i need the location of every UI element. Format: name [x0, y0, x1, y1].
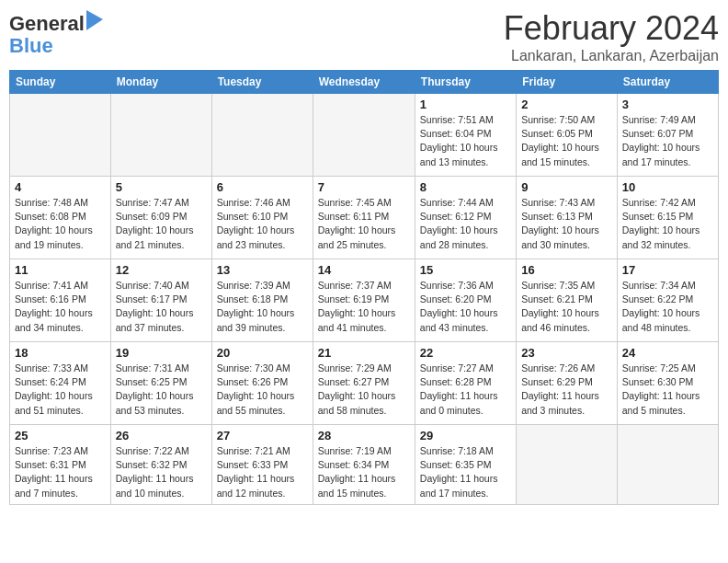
- day-info: Sunrise: 7:41 AMSunset: 6:16 PMDaylight:…: [15, 279, 106, 335]
- week-row-3: 11Sunrise: 7:41 AMSunset: 6:16 PMDayligh…: [10, 259, 719, 342]
- day-number: 12: [116, 263, 207, 277]
- day-number: 19: [116, 346, 207, 360]
- day-number: 21: [318, 346, 410, 360]
- day-info: Sunrise: 7:19 AMSunset: 6:34 PMDaylight:…: [318, 444, 410, 500]
- day-info: Sunrise: 7:51 AMSunset: 6:04 PMDaylight:…: [420, 113, 511, 169]
- day-info: Sunrise: 7:29 AMSunset: 6:27 PMDaylight:…: [318, 362, 410, 418]
- calendar-cell: 18Sunrise: 7:33 AMSunset: 6:24 PMDayligh…: [10, 342, 111, 425]
- calendar-cell: 20Sunrise: 7:30 AMSunset: 6:26 PMDayligh…: [211, 342, 313, 425]
- day-info: Sunrise: 7:33 AMSunset: 6:24 PMDaylight:…: [15, 362, 106, 418]
- day-info: Sunrise: 7:46 AMSunset: 6:10 PMDaylight:…: [217, 196, 308, 252]
- week-row-5: 25Sunrise: 7:23 AMSunset: 6:31 PMDayligh…: [10, 425, 719, 505]
- calendar-cell: 21Sunrise: 7:29 AMSunset: 6:27 PMDayligh…: [313, 342, 415, 425]
- day-info: Sunrise: 7:40 AMSunset: 6:17 PMDaylight:…: [116, 279, 207, 335]
- day-number: 22: [420, 346, 511, 360]
- calendar-cell: 8Sunrise: 7:44 AMSunset: 6:12 PMDaylight…: [415, 177, 516, 259]
- calendar-cell: 22Sunrise: 7:27 AMSunset: 6:28 PMDayligh…: [415, 342, 516, 425]
- day-number: 15: [420, 263, 511, 277]
- calendar-cell: 26Sunrise: 7:22 AMSunset: 6:32 PMDayligh…: [110, 425, 211, 505]
- day-number: 11: [15, 263, 106, 277]
- day-info: Sunrise: 7:50 AMSunset: 6:05 PMDaylight:…: [521, 113, 612, 169]
- day-info: Sunrise: 7:26 AMSunset: 6:29 PMDaylight:…: [521, 362, 612, 418]
- day-info: Sunrise: 7:21 AMSunset: 6:33 PMDaylight:…: [217, 444, 308, 500]
- day-info: Sunrise: 7:31 AMSunset: 6:25 PMDaylight:…: [116, 362, 207, 418]
- day-info: Sunrise: 7:22 AMSunset: 6:32 PMDaylight:…: [116, 444, 207, 500]
- day-info: Sunrise: 7:34 AMSunset: 6:22 PMDaylight:…: [622, 279, 713, 335]
- calendar-cell: 27Sunrise: 7:21 AMSunset: 6:33 PMDayligh…: [211, 425, 313, 505]
- calendar-cell: 7Sunrise: 7:45 AMSunset: 6:11 PMDaylight…: [313, 177, 415, 259]
- day-number: 24: [622, 346, 713, 360]
- calendar-cell: 29Sunrise: 7:18 AMSunset: 6:35 PMDayligh…: [415, 425, 516, 505]
- day-info: Sunrise: 7:30 AMSunset: 6:26 PMDaylight:…: [217, 362, 308, 418]
- calendar-cell: 3Sunrise: 7:49 AMSunset: 6:07 PMDaylight…: [617, 94, 718, 177]
- weekday-header-tuesday: Tuesday: [211, 71, 313, 94]
- calendar-cell: 1Sunrise: 7:51 AMSunset: 6:04 PMDaylight…: [415, 94, 516, 177]
- day-number: 18: [15, 346, 106, 360]
- calendar-cell: [211, 94, 313, 177]
- day-info: Sunrise: 7:43 AMSunset: 6:13 PMDaylight:…: [521, 196, 612, 252]
- logo-text-blue: Blue: [9, 35, 103, 57]
- day-number: 8: [420, 180, 511, 194]
- day-info: Sunrise: 7:49 AMSunset: 6:07 PMDaylight:…: [622, 113, 713, 169]
- calendar-cell: 5Sunrise: 7:47 AMSunset: 6:09 PMDaylight…: [110, 177, 211, 259]
- day-number: 28: [318, 429, 410, 442]
- day-number: 4: [15, 180, 106, 194]
- day-info: Sunrise: 7:42 AMSunset: 6:15 PMDaylight:…: [622, 196, 713, 252]
- day-number: 3: [622, 98, 713, 111]
- calendar-cell: 19Sunrise: 7:31 AMSunset: 6:25 PMDayligh…: [110, 342, 211, 425]
- day-number: 10: [622, 180, 713, 194]
- calendar-cell: 13Sunrise: 7:39 AMSunset: 6:18 PMDayligh…: [211, 259, 313, 342]
- day-number: 5: [116, 180, 207, 194]
- page-header: General Blue February 2024 Lankaran, Lan…: [9, 9, 719, 64]
- calendar-cell: 14Sunrise: 7:37 AMSunset: 6:19 PMDayligh…: [313, 259, 415, 342]
- calendar-cell: 9Sunrise: 7:43 AMSunset: 6:13 PMDaylight…: [517, 177, 618, 259]
- weekday-header-friday: Friday: [517, 71, 618, 94]
- day-number: 25: [15, 429, 106, 442]
- calendar-cell: [617, 425, 718, 505]
- day-number: 9: [521, 180, 612, 194]
- calendar-table: SundayMondayTuesdayWednesdayThursdayFrid…: [9, 70, 719, 505]
- title-block: February 2024 Lankaran, Lankaran, Azerba…: [504, 9, 719, 64]
- weekday-header-monday: Monday: [110, 71, 211, 94]
- day-info: Sunrise: 7:36 AMSunset: 6:20 PMDaylight:…: [420, 279, 511, 335]
- calendar-cell: 28Sunrise: 7:19 AMSunset: 6:34 PMDayligh…: [313, 425, 415, 505]
- calendar-cell: 6Sunrise: 7:46 AMSunset: 6:10 PMDaylight…: [211, 177, 313, 259]
- day-info: Sunrise: 7:18 AMSunset: 6:35 PMDaylight:…: [420, 444, 511, 500]
- weekday-header-sunday: Sunday: [10, 71, 111, 94]
- calendar-cell: 12Sunrise: 7:40 AMSunset: 6:17 PMDayligh…: [110, 259, 211, 342]
- calendar-cell: 17Sunrise: 7:34 AMSunset: 6:22 PMDayligh…: [617, 259, 718, 342]
- calendar-cell: 2Sunrise: 7:50 AMSunset: 6:05 PMDaylight…: [517, 94, 618, 177]
- day-number: 29: [420, 429, 511, 442]
- calendar-cell: [517, 425, 618, 505]
- day-number: 27: [217, 429, 308, 442]
- month-title: February 2024: [504, 9, 719, 48]
- day-info: Sunrise: 7:35 AMSunset: 6:21 PMDaylight:…: [521, 279, 612, 335]
- week-row-1: 1Sunrise: 7:51 AMSunset: 6:04 PMDaylight…: [10, 94, 719, 177]
- logo: General Blue: [9, 9, 103, 57]
- day-info: Sunrise: 7:39 AMSunset: 6:18 PMDaylight:…: [217, 279, 308, 335]
- calendar-cell: 24Sunrise: 7:25 AMSunset: 6:30 PMDayligh…: [617, 342, 718, 425]
- location-title: Lankaran, Lankaran, Azerbaijan: [504, 48, 719, 64]
- weekday-header-saturday: Saturday: [617, 71, 718, 94]
- logo-icon: [86, 10, 103, 30]
- day-number: 2: [521, 98, 612, 111]
- calendar-cell: 11Sunrise: 7:41 AMSunset: 6:16 PMDayligh…: [10, 259, 111, 342]
- day-info: Sunrise: 7:27 AMSunset: 6:28 PMDaylight:…: [420, 362, 511, 418]
- day-info: Sunrise: 7:23 AMSunset: 6:31 PMDaylight:…: [15, 444, 106, 500]
- day-number: 26: [116, 429, 207, 442]
- week-row-2: 4Sunrise: 7:48 AMSunset: 6:08 PMDaylight…: [10, 177, 719, 259]
- day-info: Sunrise: 7:48 AMSunset: 6:08 PMDaylight:…: [15, 196, 106, 252]
- day-number: 17: [622, 263, 713, 277]
- day-info: Sunrise: 7:47 AMSunset: 6:09 PMDaylight:…: [116, 196, 207, 252]
- svg-marker-0: [86, 10, 103, 30]
- calendar-cell: [10, 94, 111, 177]
- calendar-cell: 25Sunrise: 7:23 AMSunset: 6:31 PMDayligh…: [10, 425, 111, 505]
- day-number: 14: [318, 263, 410, 277]
- weekday-header-thursday: Thursday: [415, 71, 516, 94]
- day-number: 6: [217, 180, 308, 194]
- calendar-cell: 10Sunrise: 7:42 AMSunset: 6:15 PMDayligh…: [617, 177, 718, 259]
- weekday-header-wednesday: Wednesday: [313, 71, 415, 94]
- calendar-cell: 15Sunrise: 7:36 AMSunset: 6:20 PMDayligh…: [415, 259, 516, 342]
- day-number: 16: [521, 263, 612, 277]
- day-info: Sunrise: 7:45 AMSunset: 6:11 PMDaylight:…: [318, 196, 410, 252]
